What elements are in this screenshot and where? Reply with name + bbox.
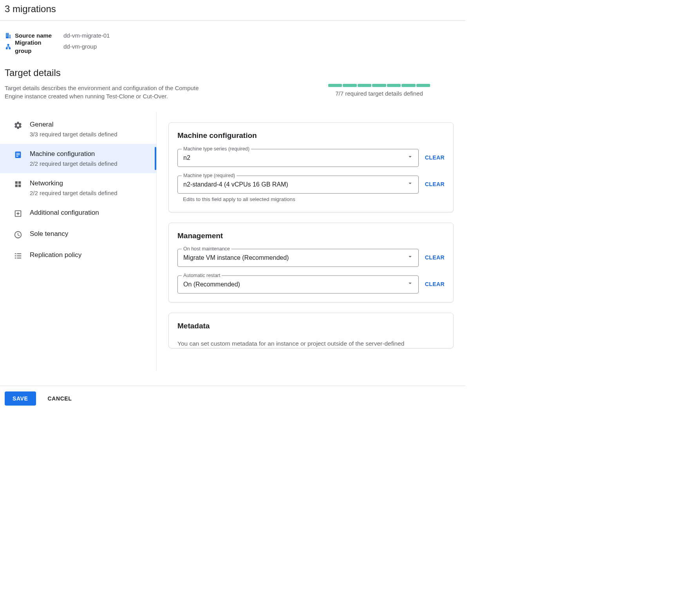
clear-button[interactable]: CLEAR — [425, 181, 445, 188]
source-name-row: Source name dd-vm-migrate-01 — [5, 30, 465, 41]
cancel-button[interactable]: CANCEL — [45, 395, 74, 402]
page-title: 3 migrations — [5, 2, 465, 16]
field-value: On (Recommended) — [183, 280, 240, 289]
field-value: n2 — [183, 154, 190, 162]
card-heading: Metadata — [177, 321, 445, 332]
field-value: Migrate VM instance (Recommended) — [183, 254, 289, 262]
migration-meta: Source name dd-vm-migrate-01 Migration g… — [0, 21, 465, 52]
document-icon — [13, 150, 23, 159]
sidebar-item-machine-configuration[interactable]: Machine configuration 2/2 required targe… — [0, 144, 156, 173]
sidebar-item-label: Additional configuration — [30, 208, 99, 217]
svg-rect-5 — [18, 181, 21, 183]
add-box-icon — [13, 209, 23, 218]
sidebar-item-label: General — [30, 120, 117, 129]
automatic-restart-select[interactable]: Automatic restart On (Recommended) — [177, 275, 419, 294]
sidebar-item-label: Replication policy — [30, 250, 81, 260]
progress-indicator: 7/7 required target details defined — [328, 84, 430, 98]
migration-group-row: Migration group dd-vm-group — [5, 41, 465, 52]
progress-label: 7/7 required target details defined — [328, 89, 430, 98]
svg-rect-3 — [16, 156, 18, 157]
sidebar-item-sole-tenancy[interactable]: Sole tenancy — [0, 224, 156, 245]
machine-configuration-card: Machine configuration Machine type serie… — [168, 122, 454, 212]
sidebar-item-general[interactable]: General 3/3 required target details defi… — [0, 114, 156, 144]
field-legend: Machine type (required) — [182, 172, 237, 179]
svg-rect-2 — [16, 154, 20, 155]
target-details-heading: Target details — [5, 66, 465, 80]
dropdown-caret-icon — [407, 180, 414, 189]
metadata-text: You can set custom metadata for an insta… — [177, 339, 445, 348]
sidebar-item-networking[interactable]: Networking 2/2 required target details d… — [0, 173, 156, 203]
machine-type-series-select[interactable]: Machine type series (required) n2 — [177, 149, 419, 167]
sidebar-item-label: Machine configuration — [30, 149, 117, 159]
gear-icon — [13, 121, 23, 130]
field-help-text: Edits to this field apply to all selecte… — [183, 196, 445, 203]
svg-rect-7 — [18, 185, 21, 187]
target-details-description: Target details describes the environment… — [5, 84, 208, 100]
dropdown-caret-icon — [407, 280, 414, 289]
sidebar-item-additional-configuration[interactable]: Additional configuration — [0, 203, 156, 224]
card-heading: Management — [177, 231, 445, 241]
on-host-maintenance-select[interactable]: On host maintenance Migrate VM instance … — [177, 249, 419, 267]
svg-rect-1 — [16, 153, 20, 154]
svg-rect-4 — [15, 181, 18, 183]
policy-icon — [13, 251, 23, 261]
sidebar-item-label: Sole tenancy — [30, 229, 68, 239]
content-panel: Machine configuration Machine type serie… — [157, 112, 465, 371]
field-value: n2-standard-4 (4 vCPUs 16 GB RAM) — [183, 180, 288, 189]
sidebar: General 3/3 required target details defi… — [0, 112, 157, 371]
group-icon — [5, 43, 12, 50]
save-button[interactable]: SAVE — [5, 391, 36, 406]
sidebar-item-label: Networking — [30, 179, 117, 188]
clear-button[interactable]: CLEAR — [425, 281, 445, 288]
card-heading: Machine configuration — [177, 130, 445, 141]
field-legend: Machine type series (required) — [182, 146, 251, 153]
machine-type-select[interactable]: Machine type (required) n2-standard-4 (4… — [177, 176, 419, 194]
dropdown-caret-icon — [407, 253, 414, 263]
source-name-value: dd-vm-migrate-01 — [63, 31, 110, 40]
clear-button[interactable]: CLEAR — [425, 254, 445, 262]
footer-bar: SAVE CANCEL — [0, 386, 465, 411]
dropdown-caret-icon — [407, 153, 414, 163]
sidebar-item-sub: 2/2 required target details defined — [30, 189, 117, 197]
management-card: Management On host maintenance Migrate V… — [168, 223, 454, 303]
sidebar-item-replication-policy[interactable]: Replication policy — [0, 245, 156, 266]
migration-group-value: dd-vm-group — [63, 42, 97, 51]
metadata-card: Metadata You can set custom metadata for… — [168, 313, 454, 348]
grid-icon — [13, 179, 23, 189]
sidebar-item-sub: 2/2 required target details defined — [30, 159, 117, 168]
clear-button[interactable]: CLEAR — [425, 154, 445, 162]
field-legend: On host maintenance — [182, 246, 231, 253]
field-legend: Automatic restart — [182, 272, 222, 279]
clock-icon — [13, 230, 23, 239]
migration-group-label: Migration group — [15, 38, 60, 55]
sidebar-item-sub: 3/3 required target details defined — [30, 130, 117, 138]
svg-rect-6 — [15, 185, 18, 187]
